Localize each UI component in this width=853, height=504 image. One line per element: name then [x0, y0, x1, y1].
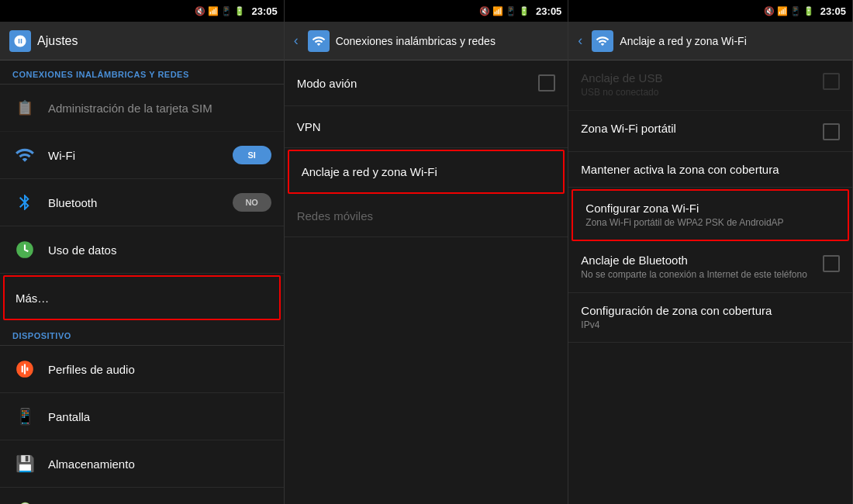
almacenamiento-icon: 💾: [12, 451, 37, 476]
anclaje-usb-label: Anclaje de USB: [581, 71, 817, 85]
header-title-2: Conexiones inalámbricas y redes: [336, 35, 496, 47]
header-icon-1: [9, 30, 31, 52]
anclaje-usb-sublabel: USB no conectado: [581, 87, 817, 99]
configurar-zona-label: Configurar zona Wi-Fi: [585, 202, 835, 215]
header-icon-2: [308, 30, 330, 52]
item-config-zona-cobertura[interactable]: Configuración de zona con cobertura IPv4: [568, 293, 852, 343]
menu-item-datos[interactable]: Uso de datos: [0, 226, 284, 274]
item-mantener-activa[interactable]: Mantener activa la zona con cobertura: [568, 152, 852, 188]
panel-anclaje: 🔇 📶 📱 🔋 23:05 ‹ Anclaje a red y zona Wi-…: [568, 0, 853, 504]
anclaje-label: Anclaje a red y zona Wi-Fi: [302, 165, 551, 178]
header-title-1: Ajustes: [37, 34, 78, 48]
item-configurar-zona[interactable]: Configurar zona Wi-Fi Zona Wi-Fi portáti…: [572, 189, 849, 242]
wifi-label: Wi-Fi: [48, 149, 233, 162]
item-zona-wifi[interactable]: Zona Wi-Fi portátil: [568, 111, 852, 152]
menu-item-pantalla[interactable]: 📱 Pantalla: [0, 393, 284, 440]
sim-icon: 📋: [12, 95, 37, 120]
sim-label: Administración de la tarjeta SIM: [48, 102, 271, 115]
bateria-icon: 🔋: [12, 499, 37, 504]
pantalla-text: Pantalla: [48, 410, 271, 423]
wifi-text: Wi-Fi: [48, 149, 233, 162]
status-bar-1: 🔇 📶 📱 🔋 23:05: [0, 0, 284, 22]
mantener-activa-text: Mantener activa la zona con cobertura: [581, 163, 840, 176]
item-redes-moviles[interactable]: Redes móviles: [285, 195, 568, 237]
configurar-zona-text: Configurar zona Wi-Fi Zona Wi-Fi portáti…: [585, 202, 835, 230]
bluetooth-icon: [12, 190, 37, 215]
modo-avion-label: Modo avión: [297, 77, 539, 90]
header-icon-3: [592, 30, 613, 52]
bluetooth-label: Bluetooth: [48, 196, 233, 209]
mute-icon-2: 🔇: [479, 6, 490, 16]
panel-ajustes: 🔇 📶 📱 🔋 23:05 Ajustes CONEXIONES INALÁMB…: [0, 0, 285, 504]
wifi-status-icon-3: 📶: [777, 6, 788, 16]
mute-icon: 🔇: [195, 6, 205, 16]
mas-label: Más…: [16, 292, 268, 305]
anclaje-bluetooth-sublabel: No se comparte la conexión a Internet de…: [581, 269, 817, 281]
item-vpn[interactable]: VPN: [285, 106, 568, 148]
wifi-status-icon-2: 📶: [492, 6, 503, 16]
back-button-2[interactable]: ‹: [294, 33, 299, 49]
almacenamiento-text: Almacenamiento: [48, 457, 271, 471]
signal-icon-3: 📱: [790, 6, 801, 16]
status-icons-3: 🔇 📶 📱 🔋: [764, 6, 814, 16]
redes-moviles-label: Redes móviles: [297, 209, 556, 223]
menu-item-bateria[interactable]: 🔋 Batería: [0, 488, 284, 504]
status-icons-1: 🔇 📶 📱 🔋: [195, 6, 245, 16]
item-modo-avion[interactable]: Modo avión: [285, 60, 568, 106]
item-anclaje[interactable]: Anclaje a red y zona Wi-Fi: [288, 150, 565, 194]
menu-item-bluetooth[interactable]: Bluetooth NO: [0, 179, 284, 226]
configurar-zona-sublabel: Zona Wi-Fi portátil de WPA2 PSK de Andro…: [585, 217, 835, 230]
signal-icon-2: 📱: [506, 6, 516, 16]
battery-icon-3: 🔋: [803, 6, 814, 16]
datos-icon: [12, 237, 37, 262]
menu-item-sim[interactable]: 📋 Administración de la tarjeta SIM: [0, 85, 284, 132]
header-title-3: Anclaje a red y zona Wi-Fi: [620, 35, 746, 47]
status-bar-2: 🔇 📶 📱 🔋 23:05: [285, 0, 568, 22]
anclaje-bluetooth-text: Anclaje de Bluetooth No se comparte la c…: [581, 254, 817, 281]
header-3: ‹ Anclaje a red y zona Wi-Fi: [568, 22, 852, 60]
mute-icon-3: 🔇: [764, 6, 775, 16]
section-conexiones-label: CONEXIONES INALÁMBRICAS Y REDES: [0, 60, 284, 85]
pantalla-label: Pantalla: [48, 410, 271, 423]
menu-item-wifi[interactable]: Wi-Fi SI: [0, 132, 284, 179]
config-zona-cobertura-sublabel: IPv4: [581, 319, 840, 332]
config-zona-cobertura-label: Configuración de zona con cobertura: [581, 304, 840, 317]
wifi-toggle[interactable]: SI: [233, 146, 271, 164]
content-1: CONEXIONES INALÁMBRICAS Y REDES 📋 Admini…: [0, 60, 284, 504]
wifi-icon: [12, 143, 37, 167]
anclaje-usb-checkbox[interactable]: [823, 73, 840, 90]
zona-wifi-label: Zona Wi-Fi portátil: [581, 122, 817, 135]
item-anclaje-bluetooth[interactable]: Anclaje de Bluetooth No se comparte la c…: [568, 243, 852, 293]
content-3: Anclaje de USB USB no conectado Zona Wi-…: [568, 60, 852, 504]
zona-wifi-checkbox[interactable]: [823, 123, 840, 140]
header-1: Ajustes: [0, 22, 284, 60]
audio-text: Perfiles de audio: [48, 363, 271, 376]
back-button-3[interactable]: ‹: [578, 33, 582, 49]
anclaje-usb-text: Anclaje de USB USB no conectado: [581, 71, 817, 99]
panel-conexiones: 🔇 📶 📱 🔋 23:05 ‹ Conexiones inalámbricas …: [285, 0, 569, 504]
zona-wifi-text: Zona Wi-Fi portátil: [581, 122, 817, 135]
section-dispositivo-label: DISPOSITIVO: [0, 322, 284, 346]
config-zona-cobertura-text: Configuración de zona con cobertura IPv4: [581, 304, 840, 332]
menu-item-audio[interactable]: Perfiles de audio: [0, 346, 284, 393]
vpn-label: VPN: [297, 120, 556, 133]
mantener-activa-label: Mantener activa la zona con cobertura: [581, 163, 840, 176]
menu-item-mas[interactable]: Más…: [3, 275, 281, 320]
datos-label: Uso de datos: [48, 243, 271, 257]
menu-item-almacenamiento[interactable]: 💾 Almacenamiento: [0, 440, 284, 488]
mas-text: Más…: [16, 292, 268, 305]
signal-icon: 📱: [221, 6, 232, 16]
clock-2: 23:05: [536, 5, 561, 17]
almacenamiento-label: Almacenamiento: [48, 457, 271, 471]
battery-icon: 🔋: [234, 6, 245, 16]
bluetooth-toggle[interactable]: NO: [233, 193, 271, 212]
status-bar-3: 🔇 📶 📱 🔋 23:05: [568, 0, 852, 22]
wifi-status-icon: 📶: [208, 6, 219, 16]
item-anclaje-usb[interactable]: Anclaje de USB USB no conectado: [568, 60, 852, 111]
clock-3: 23:05: [820, 5, 846, 17]
pantalla-icon: 📱: [12, 404, 37, 429]
battery-icon-2: 🔋: [519, 6, 530, 16]
modo-avion-checkbox[interactable]: [538, 74, 555, 91]
clock-1: 23:05: [251, 5, 277, 17]
anclaje-bluetooth-checkbox[interactable]: [823, 255, 840, 272]
